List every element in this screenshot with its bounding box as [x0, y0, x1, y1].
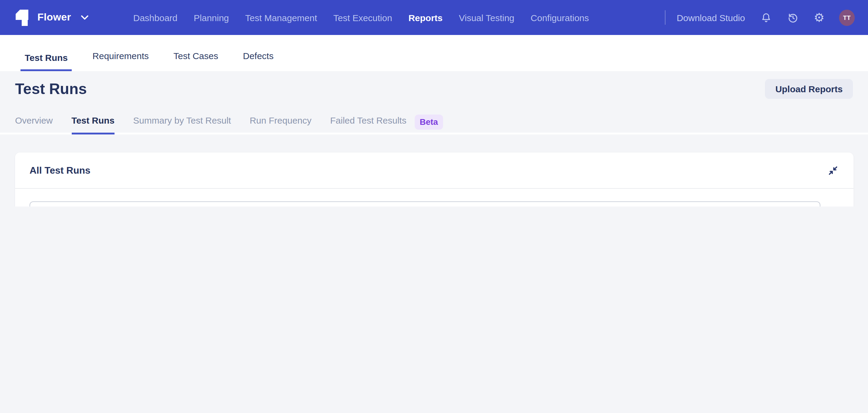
nav-item-dashboard[interactable]: Dashboard: [133, 12, 178, 23]
search-input[interactable]: [30, 201, 820, 206]
page-title: Test Runs: [15, 80, 87, 97]
top-navbar: Flower Dashboard Planning Test Managemen…: [0, 0, 868, 35]
nav-item-test-execution[interactable]: Test Execution: [333, 12, 392, 23]
tab-defects[interactable]: Defects: [239, 51, 278, 71]
title-bar: Test Runs Upload Reports: [15, 76, 853, 102]
page-tabs: Test Runs Requirements Test Cases Defect…: [0, 35, 868, 71]
search-row: [30, 201, 839, 206]
copy-icon[interactable]: [828, 205, 839, 206]
history-icon[interactable]: [786, 11, 799, 24]
download-studio-link[interactable]: Download Studio: [677, 12, 745, 23]
project-name[interactable]: Flower: [37, 11, 71, 24]
app-logo-icon[interactable]: [16, 9, 29, 26]
beta-badge: Beta: [415, 115, 443, 129]
report-tabs: Overview Test Runs Summary by Test Resul…: [0, 115, 868, 135]
user-avatar[interactable]: TT: [839, 9, 855, 26]
report-tab-test-runs[interactable]: Test Runs: [71, 115, 115, 135]
panel-header: All Test Runs: [15, 152, 854, 189]
report-tab-failed-test-results[interactable]: Failed Test Results: [330, 115, 407, 135]
report-tab-summary-by-test-result[interactable]: Summary by Test Result: [133, 115, 231, 135]
tab-test-runs[interactable]: Test Runs: [21, 53, 72, 71]
nav-item-test-management[interactable]: Test Management: [245, 12, 317, 23]
navbar-right: Download Studio ⚙ TT: [664, 9, 855, 26]
report-tab-run-frequency[interactable]: Run Frequency: [250, 115, 311, 135]
tab-test-cases[interactable]: Test Cases: [169, 51, 222, 71]
notifications-bell-icon[interactable]: [760, 11, 773, 24]
nav-item-visual-testing[interactable]: Visual Testing: [459, 12, 515, 23]
nav-item-planning[interactable]: Planning: [194, 12, 229, 23]
nav-item-reports[interactable]: Reports: [408, 12, 442, 23]
app-window: Flower Dashboard Planning Test Managemen…: [0, 0, 868, 206]
nav-item-configurations[interactable]: Configurations: [531, 12, 589, 23]
settings-gear-icon[interactable]: ⚙: [812, 11, 826, 24]
main-nav: Dashboard Planning Test Management Test …: [133, 12, 589, 23]
tab-requirements[interactable]: Requirements: [88, 51, 153, 71]
panel-title: All Test Runs: [30, 165, 90, 176]
collapse-icon[interactable]: [828, 166, 838, 175]
navbar-divider: [664, 10, 665, 25]
report-tab-overview[interactable]: Overview: [15, 115, 53, 135]
upload-reports-button[interactable]: Upload Reports: [765, 79, 853, 98]
all-test-runs-panel: All Test Runs Test Suite:: [15, 152, 854, 206]
project-chevron-down-icon[interactable]: [81, 15, 89, 20]
